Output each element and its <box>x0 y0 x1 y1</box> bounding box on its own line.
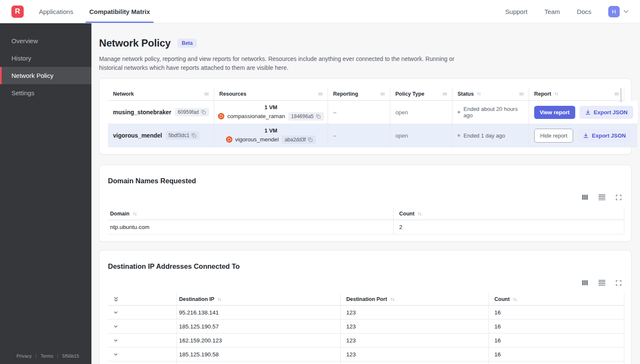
copy-icon[interactable] <box>201 110 206 115</box>
column-label: Resources <box>219 91 246 97</box>
sort-icon[interactable] <box>554 91 559 97</box>
column-drag-icon[interactable] <box>317 91 323 97</box>
column-header-destination-port: Destination Port <box>341 293 489 305</box>
sort-icon[interactable] <box>476 91 482 97</box>
column-header-status: Status <box>452 87 529 100</box>
sidebar: Overview History Network Policy Settings… <box>0 23 91 364</box>
expand-row-icon[interactable] <box>113 338 119 343</box>
count-value: 16 <box>489 320 624 334</box>
fullscreen-icon[interactable] <box>615 280 622 286</box>
table-row[interactable]: ntp.ubuntu.com 2 <box>108 220 624 234</box>
table-row[interactable]: 185.125.190.57 123 16 <box>108 320 624 334</box>
destination-ips-card: Destination IP Addresses Connected To De… <box>99 250 632 364</box>
count-value: 16 <box>489 334 624 347</box>
column-header-reporting: Reporting <box>328 87 390 100</box>
nav-link-support[interactable]: Support <box>505 8 528 15</box>
ubuntu-icon <box>218 113 224 119</box>
destination-ip-value: 185.125.190.58 <box>177 347 341 361</box>
table-row[interactable]: vigorous_mendel 5bdf3dc1 1 VM vigorous_m… <box>108 124 624 147</box>
column-header-resources: Resources <box>214 87 328 100</box>
destination-ip-value: 162.159.200.123 <box>177 334 341 347</box>
export-json-button[interactable]: Export JSON <box>579 106 633 119</box>
card-title: Destination IP Addresses Connected To <box>108 259 624 270</box>
expand-row-icon[interactable] <box>113 352 119 357</box>
table-row[interactable]: musing_stonebraker 60959fad 1 VM compass… <box>108 101 624 124</box>
networks-table-card: Network Resources Reporting Policy Type … <box>99 78 632 154</box>
nav-tab-applications[interactable]: Applications <box>38 0 74 23</box>
download-icon <box>585 109 591 115</box>
columns-icon[interactable] <box>582 194 588 201</box>
count-value: 16 <box>489 306 624 320</box>
view-report-button[interactable]: View report <box>534 106 575 119</box>
resource-id-badge: aba2dd3f <box>281 135 316 144</box>
copy-icon[interactable] <box>308 137 313 142</box>
beta-badge: Beta <box>177 39 197 48</box>
fullscreen-icon[interactable] <box>615 194 622 201</box>
networks-table-header: Network Resources Reporting Policy Type … <box>108 87 624 101</box>
sort-icon[interactable] <box>217 297 222 302</box>
sort-icon[interactable] <box>132 211 138 217</box>
expand-all-icon[interactable] <box>113 296 119 303</box>
table-row[interactable]: 95.216.100.21 123 16 <box>108 361 624 364</box>
sort-icon[interactable] <box>512 297 518 302</box>
column-label: Destination Port <box>346 296 387 302</box>
export-json-button[interactable]: Export JSON <box>577 129 631 142</box>
top-navbar: R Applications Compatibility Matrix Supp… <box>0 0 640 23</box>
expand-row-icon[interactable] <box>113 324 119 329</box>
network-id: 60959fad <box>178 109 199 115</box>
column-label: Status <box>458 91 474 97</box>
page-title: Network Policy <box>99 37 171 49</box>
sidebar-item-settings[interactable]: Settings <box>0 84 91 102</box>
column-header-policy-type: Policy Type <box>390 87 452 100</box>
sort-icon[interactable] <box>390 297 395 302</box>
nav-link-docs[interactable]: Docs <box>577 8 591 15</box>
sidebar-item-history[interactable]: History <box>0 50 91 67</box>
table-toolbar <box>108 277 622 288</box>
terms-link[interactable]: Terms <box>41 353 53 358</box>
row-density-icon[interactable] <box>598 279 606 286</box>
row-density-icon[interactable] <box>598 194 606 201</box>
columns-icon[interactable] <box>582 279 588 286</box>
column-drag-icon[interactable] <box>380 91 386 97</box>
column-drag-icon[interactable] <box>519 91 524 97</box>
column-drag-icon[interactable] <box>442 91 448 97</box>
resource-id: aba2dd3f <box>284 137 306 143</box>
ubuntu-icon <box>226 136 232 143</box>
status-text: Ended 1 day ago <box>463 132 505 139</box>
column-label: Destination IP <box>179 296 214 302</box>
sidebar-item-overview[interactable]: Overview <box>0 32 91 50</box>
sort-icon[interactable] <box>417 211 422 217</box>
hide-report-button[interactable]: Hide report <box>534 129 573 143</box>
column-label: Count <box>399 211 414 217</box>
vm-count: 1 VM <box>265 104 277 110</box>
status-dot <box>458 134 460 137</box>
copy-icon[interactable] <box>316 114 321 119</box>
table-toolbar <box>108 192 622 203</box>
export-json-label: Export JSON <box>594 109 628 116</box>
footer-divider <box>58 353 58 358</box>
expand-row-icon[interactable] <box>113 310 119 315</box>
column-label: Reporting <box>333 91 358 97</box>
column-header-report: Report <box>529 87 624 100</box>
table-scrollbar[interactable] <box>620 88 622 102</box>
column-drag-icon[interactable] <box>614 91 620 97</box>
copy-icon[interactable] <box>191 133 196 138</box>
app-logo[interactable]: R <box>11 6 24 18</box>
column-header-count: Count <box>489 293 624 305</box>
chevron-down-icon[interactable] <box>622 8 630 15</box>
column-drag-icon[interactable] <box>204 91 210 97</box>
table-row[interactable]: 95.216.138.141 123 16 <box>108 306 624 320</box>
card-title: Domain Names Requested <box>108 174 624 185</box>
destination-ip-value: 95.216.138.141 <box>177 306 341 320</box>
main-content: Network Policy Beta Manage network polic… <box>91 23 640 364</box>
download-icon <box>583 132 589 138</box>
nav-link-team[interactable]: Team <box>544 8 560 15</box>
table-row[interactable]: 185.125.190.58 123 16 <box>108 347 624 361</box>
avatar[interactable]: H <box>608 6 620 17</box>
table-row[interactable]: 162.159.200.123 123 16 <box>108 334 624 347</box>
sidebar-item-network-policy[interactable]: Network Policy <box>0 67 91 84</box>
nav-tab-compatibility-matrix[interactable]: Compatibility Matrix <box>88 0 151 23</box>
count-value: 2 <box>394 220 624 234</box>
privacy-link[interactable]: Privacy <box>17 353 32 358</box>
user-menu[interactable]: H <box>608 6 630 17</box>
